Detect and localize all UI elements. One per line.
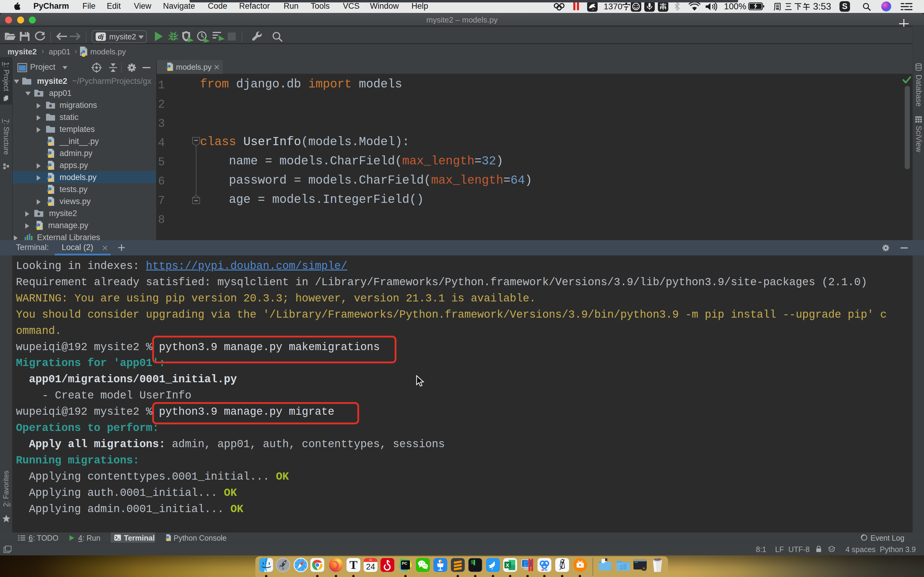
svg-text:X: X bbox=[506, 562, 509, 568]
svg-text:PC: PC bbox=[402, 561, 407, 566]
